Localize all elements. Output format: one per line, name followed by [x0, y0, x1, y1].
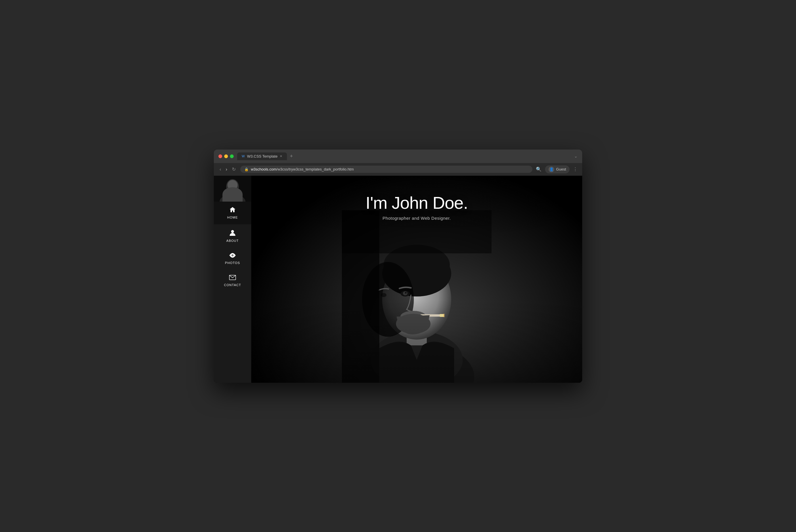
tab-title: W3.CSS Template — [247, 154, 277, 158]
browser-window: W W3.CSS Template ✕ + ⌄ ‹ › ↻ 🔒 w3school… — [214, 150, 582, 383]
sidebar-navigation: HOME ABOUT — [214, 202, 251, 292]
sidebar-item-label-photos: PHOTOS — [225, 261, 240, 265]
mail-icon — [229, 275, 236, 282]
browser-titlebar: W W3.CSS Template ✕ + ⌄ — [214, 150, 582, 163]
lock-icon: 🔒 — [244, 167, 248, 171]
tab-close-icon[interactable]: ✕ — [280, 154, 282, 158]
svg-rect-4 — [214, 176, 251, 202]
user-avatar: 👤 — [549, 167, 554, 172]
portrait-overlay — [251, 176, 582, 383]
main-content: I'm John Doe. Photographer and Web Desig… — [251, 176, 582, 383]
svg-point-5 — [231, 230, 234, 233]
active-tab[interactable]: W W3.CSS Template ✕ — [237, 152, 287, 160]
more-options-icon[interactable]: ⋮ — [573, 167, 578, 172]
svg-point-7 — [232, 255, 233, 255]
svg-rect-2 — [230, 193, 235, 197]
sidebar-item-contact[interactable]: CONTACT — [214, 270, 251, 292]
browser-content: HOME ABOUT — [214, 176, 582, 383]
back-button[interactable]: ‹ — [218, 166, 222, 173]
close-button[interactable] — [218, 154, 222, 158]
maximize-button[interactable] — [230, 154, 234, 158]
tab-favicon-icon: W — [242, 154, 245, 158]
address-bar: ‹ › ↻ 🔒 w3schools.com/w3css/tryw3css_tem… — [214, 163, 582, 176]
traffic-lights — [218, 154, 234, 158]
new-tab-button[interactable]: + — [288, 153, 295, 159]
home-icon — [229, 207, 236, 214]
nav-buttons: ‹ › ↻ — [218, 166, 237, 173]
eye-icon — [229, 253, 236, 260]
minimize-button[interactable] — [224, 154, 228, 158]
reload-button[interactable]: ↻ — [231, 166, 237, 173]
profile-avatar — [214, 176, 251, 202]
url-bar[interactable]: 🔒 w3schools.com/w3css/tryw3css_templates… — [240, 166, 533, 173]
search-icon[interactable]: 🔍 — [536, 167, 542, 172]
user-menu-button[interactable]: 👤 Guest — [545, 165, 570, 173]
person-icon — [230, 229, 235, 237]
sidebar-item-label-contact: CONTACT — [224, 283, 241, 287]
avatar-portrait-image — [214, 176, 251, 202]
forward-button[interactable]: › — [224, 166, 228, 173]
sidebar: HOME ABOUT — [214, 176, 251, 383]
sidebar-item-photos[interactable]: PHOTOS — [214, 248, 251, 270]
tabs-menu-icon[interactable]: ⌄ — [574, 154, 578, 158]
user-label: Guest — [556, 167, 566, 171]
sidebar-item-about[interactable]: ABOUT — [214, 224, 251, 248]
sidebar-item-label-about: ABOUT — [226, 239, 239, 242]
sidebar-item-home[interactable]: HOME — [214, 202, 251, 224]
url-display: w3schools.com/w3css/tryw3css_templates_d… — [251, 167, 354, 171]
browser-actions: 🔍 👤 Guest ⋮ — [536, 165, 578, 173]
sidebar-item-label-home: HOME — [227, 216, 238, 219]
tab-bar: W W3.CSS Template ✕ + ⌄ — [237, 152, 578, 160]
svg-point-3 — [220, 194, 245, 202]
